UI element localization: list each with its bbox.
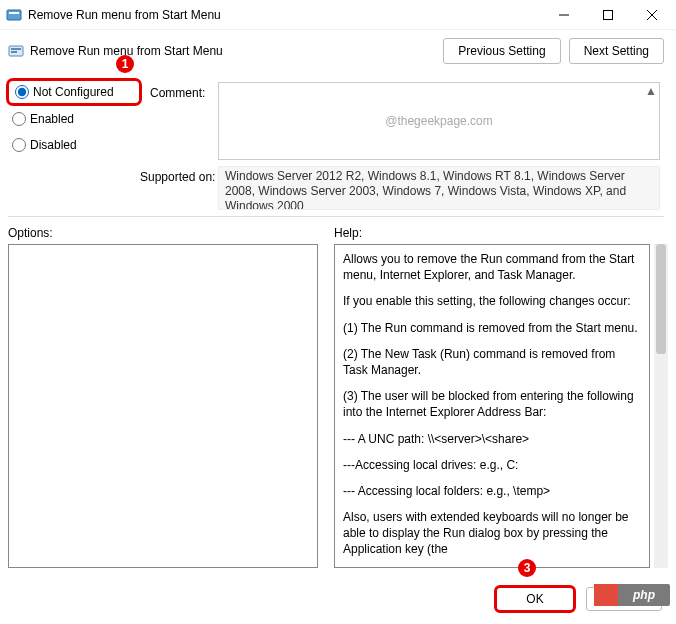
footer: OK Cancel php [0, 578, 676, 620]
state-radio-group: Not Configured Enabled Disabled [12, 78, 142, 164]
comment-textarea[interactable]: @thegeekpage.com ▲ [218, 82, 660, 160]
annotation-badge-1: 1 [116, 55, 134, 73]
help-text: If you enable this setting, the followin… [343, 293, 641, 309]
supported-on-box: Windows Server 2012 R2, Windows 8.1, Win… [218, 166, 660, 210]
php-watermark: php [594, 584, 670, 606]
policy-title: Remove Run menu from Start Menu [30, 44, 443, 58]
help-text: ---Accessing local drives: e.g., C: [343, 457, 641, 473]
comment-watermark: @thegeekpage.com [385, 114, 493, 128]
help-text: (3) The user will be blocked from enteri… [343, 388, 641, 420]
svg-rect-7 [11, 48, 21, 50]
help-scrollbar[interactable] [654, 244, 668, 568]
scroll-up-icon[interactable]: ▲ [645, 85, 657, 97]
help-text: (1) The Run command is removed from the … [343, 320, 641, 336]
titlebar: Remove Run menu from Start Menu [0, 0, 676, 30]
radio-not-configured-label: Not Configured [33, 85, 114, 99]
scrollbar-thumb[interactable] [656, 244, 666, 354]
radio-disabled-input[interactable] [12, 138, 26, 152]
help-text: --- Accessing local folders: e.g., \temp… [343, 483, 641, 499]
php-watermark-bar [594, 584, 618, 606]
svg-rect-0 [7, 10, 21, 20]
options-box [8, 244, 318, 568]
field-labels: Comment: [150, 86, 205, 114]
window-title: Remove Run menu from Start Menu [28, 8, 542, 22]
comment-label: Comment: [150, 86, 205, 114]
divider [8, 216, 664, 217]
radio-enabled-label: Enabled [30, 112, 74, 126]
svg-rect-1 [9, 12, 19, 14]
minimize-button[interactable] [542, 0, 586, 30]
annotation-badge-3: 3 [518, 559, 536, 577]
radio-not-configured[interactable]: Not Configured [6, 78, 142, 106]
app-icon [6, 7, 22, 23]
svg-rect-3 [604, 10, 613, 19]
radio-not-configured-input[interactable] [15, 85, 29, 99]
radio-enabled[interactable]: Enabled [12, 112, 142, 126]
radio-enabled-input[interactable] [12, 112, 26, 126]
help-box: Allows you to remove the Run command fro… [334, 244, 650, 568]
next-setting-button[interactable]: Next Setting [569, 38, 664, 64]
help-label: Help: [334, 226, 362, 240]
php-watermark-text: php [618, 588, 670, 602]
help-text: --- A UNC path: \\<server>\<share> [343, 431, 641, 447]
ok-button[interactable]: OK [494, 585, 576, 613]
header-row: Remove Run menu from Start Menu Previous… [0, 30, 676, 70]
close-button[interactable] [630, 0, 674, 30]
svg-rect-8 [11, 51, 17, 53]
help-text: (2) The New Task (Run) command is remove… [343, 346, 641, 378]
policy-icon [8, 43, 24, 59]
radio-disabled[interactable]: Disabled [12, 138, 142, 152]
previous-setting-button[interactable]: Previous Setting [443, 38, 560, 64]
help-text: Also, users with extended keyboards will… [343, 509, 641, 558]
supported-on-text: Windows Server 2012 R2, Windows 8.1, Win… [225, 169, 626, 210]
supported-label: Supported on: [140, 170, 215, 184]
options-label: Options: [8, 226, 53, 240]
maximize-button[interactable] [586, 0, 630, 30]
radio-disabled-label: Disabled [30, 138, 77, 152]
help-text: Allows you to remove the Run command fro… [343, 251, 641, 283]
